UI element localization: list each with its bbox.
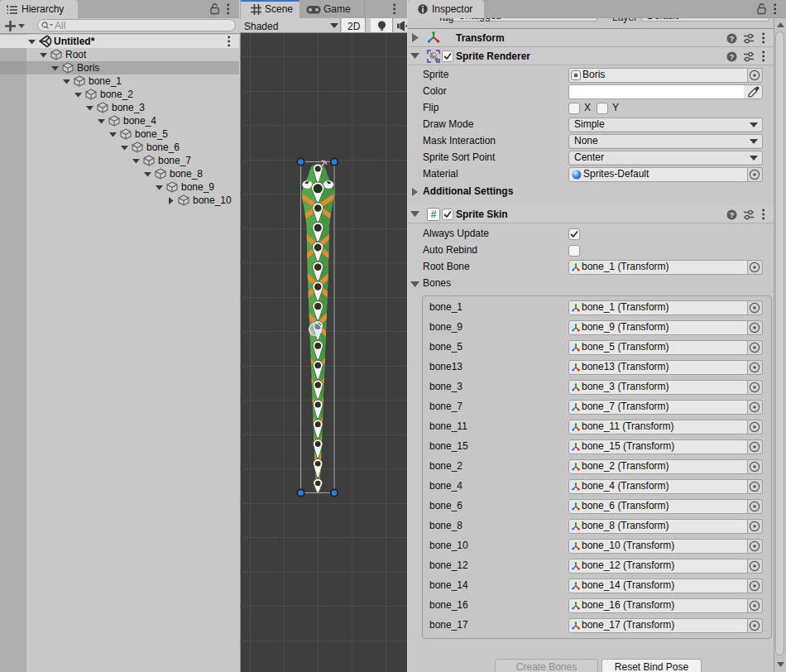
svg-text:?: ? [730, 53, 735, 61]
svg-text:?: ? [730, 35, 735, 43]
svg-text:#: # [431, 209, 437, 220]
svg-text:?: ? [730, 211, 735, 219]
